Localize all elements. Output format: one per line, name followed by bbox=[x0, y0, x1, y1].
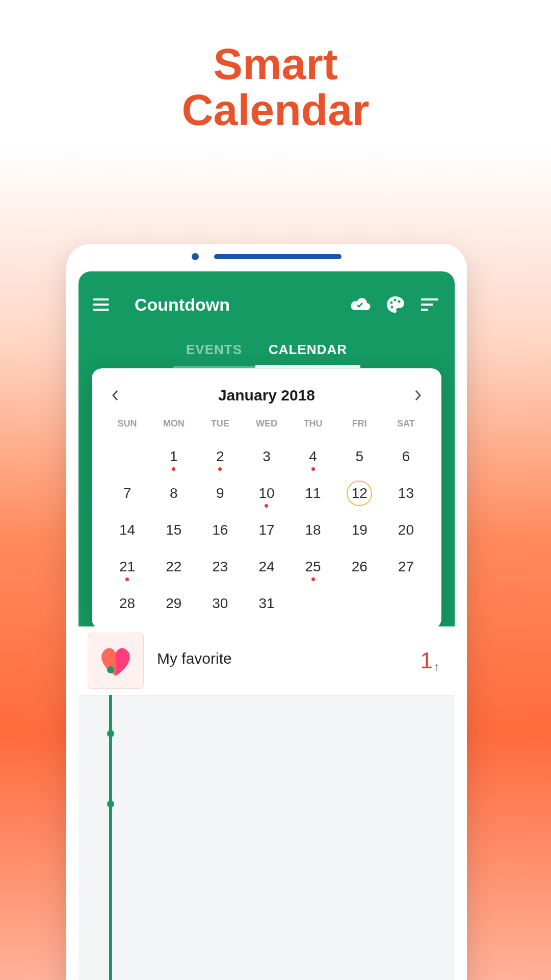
day-of-week-label: WED bbox=[243, 413, 290, 438]
headline-line-2: Calendar bbox=[181, 85, 369, 134]
svg-rect-6 bbox=[421, 309, 428, 311]
event-dot-icon bbox=[311, 467, 315, 471]
svg-point-2 bbox=[398, 300, 401, 303]
calendar-day[interactable]: 1 bbox=[150, 438, 197, 475]
calendar-day[interactable]: 23 bbox=[197, 548, 243, 585]
app-bar: Countdown bbox=[78, 271, 455, 329]
speaker-pill-icon bbox=[214, 254, 342, 259]
event-dot-icon bbox=[265, 504, 268, 508]
day-of-week-label: MON bbox=[150, 413, 197, 438]
calendar-day[interactable]: 4 bbox=[290, 438, 336, 475]
phone-frame: Countdown EVENTS CALENDAR January 2018 bbox=[66, 244, 467, 980]
sort-button[interactable] bbox=[419, 294, 440, 315]
event-dot-icon bbox=[172, 467, 175, 471]
event-countdown: 1↑ bbox=[421, 648, 439, 673]
timeline-dot-icon bbox=[107, 730, 114, 737]
event-body: My favorite bbox=[144, 650, 421, 671]
calendar-day[interactable]: 7 bbox=[104, 475, 150, 512]
calendar-day[interactable]: 15 bbox=[150, 512, 197, 548]
arrow-up-icon: ↑ bbox=[434, 660, 439, 673]
svg-rect-4 bbox=[421, 298, 438, 300]
calendar-day[interactable]: 8 bbox=[150, 475, 197, 512]
calendar-day[interactable]: 9 bbox=[197, 475, 243, 512]
app-title: Countdown bbox=[135, 295, 230, 315]
event-card[interactable]: My favorite 1↑ bbox=[78, 626, 455, 695]
event-dot-icon bbox=[125, 577, 129, 581]
next-month-button[interactable] bbox=[414, 391, 422, 399]
calendar-day[interactable]: 29 bbox=[150, 585, 197, 622]
timeline-dot-icon bbox=[107, 800, 114, 808]
calendar-month-label: January 2018 bbox=[218, 387, 315, 404]
svg-rect-5 bbox=[421, 304, 433, 306]
calendar-day bbox=[104, 438, 150, 475]
headline-line-1: Smart bbox=[214, 39, 338, 88]
calendar-grid: SUNMONTUEWEDTHUFRISAT1234567891011121314… bbox=[104, 413, 429, 622]
prev-month-button[interactable] bbox=[111, 391, 119, 399]
calendar-day[interactable]: 17 bbox=[243, 512, 290, 548]
calendar-day[interactable]: 5 bbox=[336, 438, 383, 475]
calendar-day[interactable]: 11 bbox=[290, 475, 336, 512]
status-bar bbox=[66, 244, 467, 259]
day-of-week-label: FRI bbox=[336, 413, 383, 438]
calendar-day bbox=[290, 585, 336, 622]
timeline-dot-icon bbox=[107, 666, 114, 673]
event-count-number: 1 bbox=[421, 648, 433, 673]
calendar-day[interactable]: 26 bbox=[336, 548, 383, 585]
calendar-day bbox=[383, 585, 429, 622]
day-of-week-label: SAT bbox=[383, 413, 429, 438]
calendar-day[interactable]: 30 bbox=[197, 585, 243, 622]
calendar-day[interactable]: 18 bbox=[290, 512, 336, 548]
calendar-day bbox=[336, 585, 383, 622]
calendar-day[interactable]: 27 bbox=[383, 548, 429, 585]
calendar-card: January 2018 SUNMONTUEWEDTHUFRISAT123456… bbox=[92, 368, 441, 629]
calendar-day[interactable]: 13 bbox=[383, 475, 429, 512]
promo-headline: Smart Calendar bbox=[0, 0, 551, 133]
calendar-day[interactable]: 19 bbox=[336, 512, 383, 548]
cloud-check-icon[interactable] bbox=[350, 294, 371, 315]
day-of-week-label: SUN bbox=[104, 413, 150, 438]
calendar-day[interactable]: 21 bbox=[104, 548, 150, 585]
calendar-day[interactable]: 22 bbox=[150, 548, 197, 585]
calendar-day[interactable]: 31 bbox=[243, 585, 290, 622]
events-area: January 2018 Date January 21, 9:00 AM 8↓… bbox=[78, 626, 455, 980]
calendar-day[interactable]: 28 bbox=[104, 585, 150, 622]
calendar-day[interactable]: 24 bbox=[243, 548, 290, 585]
calendar-header: January 2018 bbox=[104, 382, 429, 413]
camera-dot-icon bbox=[192, 253, 199, 260]
event-dot-icon bbox=[311, 577, 315, 581]
tab-events[interactable]: EVENTS bbox=[173, 334, 255, 366]
calendar-day[interactable]: 14 bbox=[104, 512, 150, 548]
calendar-day[interactable]: 20 bbox=[383, 512, 429, 548]
calendar-day[interactable]: 10 bbox=[243, 475, 290, 512]
calendar-day[interactable]: 16 bbox=[197, 512, 243, 548]
menu-button[interactable] bbox=[93, 298, 109, 311]
svg-point-3 bbox=[391, 306, 393, 309]
heart-icon bbox=[88, 633, 144, 689]
calendar-day[interactable]: 3 bbox=[243, 438, 290, 475]
day-of-week-label: THU bbox=[290, 413, 336, 438]
theme-palette-icon[interactable] bbox=[384, 294, 406, 315]
event-dot-icon bbox=[218, 467, 222, 471]
calendar-day[interactable]: 12 bbox=[336, 475, 383, 512]
calendar-day[interactable]: 6 bbox=[383, 438, 429, 475]
tab-bar: EVENTS CALENDAR bbox=[78, 334, 455, 366]
calendar-day[interactable]: 25 bbox=[290, 548, 336, 585]
event-title: My favorite bbox=[157, 650, 421, 667]
day-of-week-label: TUE bbox=[197, 413, 243, 438]
svg-point-1 bbox=[394, 299, 397, 301]
calendar-day[interactable]: 2 bbox=[197, 438, 243, 475]
svg-point-0 bbox=[390, 301, 393, 304]
tab-calendar[interactable]: CALENDAR bbox=[255, 334, 360, 366]
